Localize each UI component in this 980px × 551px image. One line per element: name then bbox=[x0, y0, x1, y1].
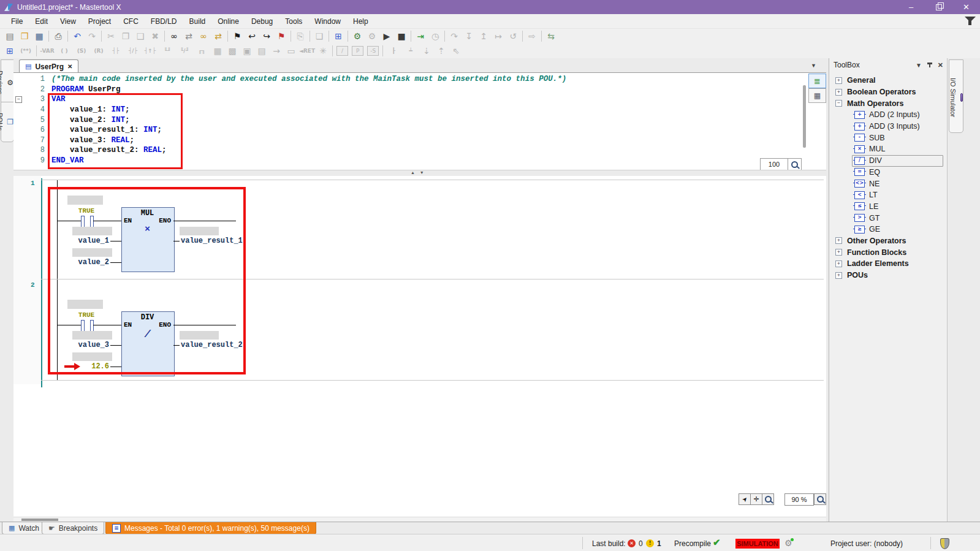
clear-bookmarks-button[interactable]: ⚑ bbox=[274, 30, 289, 42]
pan-tool-button[interactable]: ✛ bbox=[750, 493, 762, 505]
insert-network-above-button[interactable]: ⇡ bbox=[434, 45, 449, 57]
save-project-button[interactable]: ▦ bbox=[32, 30, 47, 42]
cut-button[interactable]: ✂ bbox=[104, 30, 118, 42]
insert-contact-button[interactable]: ┤├ bbox=[107, 45, 124, 57]
toolbox-item-add-3-inputs-[interactable]: +ADD (3 Inputs) bbox=[829, 121, 948, 132]
filter-funnel-icon[interactable] bbox=[964, 16, 976, 26]
tab-messages[interactable]: ≡Messages - Total 0 error(s), 1 warning(… bbox=[105, 522, 316, 534]
reset-button[interactable]: ↺ bbox=[506, 30, 520, 42]
toolbox-group-pous[interactable]: +POUs bbox=[829, 270, 948, 281]
clean-project-button[interactable]: ⚙ bbox=[365, 30, 379, 42]
insert-jump-button[interactable]: → bbox=[269, 45, 284, 57]
ladder-zoom-value[interactable]: 90 % bbox=[784, 493, 814, 506]
expand-icon[interactable]: + bbox=[835, 260, 842, 267]
force-values-button[interactable]: ⇆ bbox=[544, 30, 558, 42]
insert-negated-contact-button[interactable]: ┤/├ bbox=[124, 45, 142, 57]
insert-comment-button[interactable]: (**) bbox=[17, 45, 34, 57]
toggle-negation-button[interactable]: / bbox=[336, 46, 348, 56]
toolbox-close-icon[interactable]: ✕ bbox=[938, 61, 943, 69]
toolbox-group-boolean-operators[interactable]: +Boolean Operators bbox=[829, 86, 948, 98]
insert-contact-parallel-above-button[interactable]: ╓╖ bbox=[193, 45, 210, 57]
menu-item-help[interactable]: Help bbox=[347, 15, 374, 28]
menu-item-online[interactable]: Online bbox=[211, 15, 245, 28]
insert-table-button[interactable]: ⊞ bbox=[331, 30, 346, 42]
copy-button[interactable]: ❐ bbox=[118, 30, 133, 42]
toolbox-item-ne[interactable]: <>NE bbox=[829, 178, 948, 189]
menu-item-window[interactable]: Window bbox=[308, 15, 347, 28]
tabular-view-button[interactable]: ▦ bbox=[808, 88, 826, 103]
menu-item-tools[interactable]: Tools bbox=[279, 15, 308, 28]
toolbox-item-add-2-inputs-[interactable]: +ADD (2 Inputs) bbox=[829, 109, 948, 121]
menu-item-debug[interactable]: Debug bbox=[245, 15, 279, 28]
expand-icon[interactable]: + bbox=[835, 89, 842, 96]
paste-button[interactable]: ❑ bbox=[133, 30, 148, 42]
menu-item-build[interactable]: Build bbox=[183, 15, 212, 28]
pin-icon[interactable] bbox=[927, 62, 933, 68]
open-project-button[interactable]: ❒ bbox=[17, 30, 32, 42]
fold-minus-icon[interactable]: − bbox=[15, 96, 22, 103]
generate-code-button[interactable]: ⚙ bbox=[350, 30, 365, 42]
new-pou-button[interactable]: ❏ bbox=[312, 30, 327, 42]
find-in-files-button[interactable]: ∞ bbox=[196, 30, 211, 42]
toolbox-group-math-operators[interactable]: −Math Operators bbox=[829, 97, 948, 109]
find-button[interactable]: ∞ bbox=[167, 30, 181, 42]
new-project-button[interactable]: ▤ bbox=[2, 30, 17, 42]
insert-negated-contact-parallel-button[interactable]: ╙/╜ bbox=[176, 45, 193, 57]
stop-button[interactable]: ■ bbox=[394, 30, 409, 42]
toolbox-item-div[interactable]: /DIV bbox=[829, 155, 948, 167]
run-to-cursor-button[interactable]: ↦ bbox=[491, 30, 506, 42]
menu-item-view[interactable]: View bbox=[54, 15, 82, 28]
expand-icon[interactable]: + bbox=[835, 272, 842, 279]
sidebar-tab-devices[interactable]: ⚙ Devices bbox=[1, 59, 14, 106]
menu-item-file[interactable]: File bbox=[5, 15, 29, 28]
login-button[interactable]: ⇥ bbox=[413, 30, 428, 42]
expand-icon[interactable]: + bbox=[835, 237, 842, 244]
fold-marker[interactable]: − bbox=[13, 96, 24, 103]
editor-zoom-button[interactable] bbox=[788, 158, 802, 170]
toolbox-group-ladder-elements[interactable]: +Ladder Elements bbox=[829, 258, 948, 270]
insert-contact-parallel-below-button[interactable]: ╙╜ bbox=[159, 45, 176, 57]
step-into-button[interactable]: ↧ bbox=[462, 30, 476, 42]
toolbox-item-sub[interactable]: -SUB bbox=[829, 132, 948, 143]
menu-item-cfc[interactable]: CFC bbox=[117, 15, 145, 28]
toggle-bookmark-button[interactable]: ⚑ bbox=[230, 30, 245, 42]
toolbox-item-ge[interactable]: ≥GE bbox=[829, 224, 948, 235]
select-tool-button[interactable]: ➤ bbox=[739, 493, 751, 505]
undo-button[interactable]: ↶ bbox=[70, 30, 85, 42]
document-list-dropdown[interactable]: ▼ bbox=[811, 63, 816, 69]
toolbox-group-function-blocks[interactable]: +Function Blocks bbox=[829, 246, 948, 258]
close-button[interactable]: ✕ bbox=[952, 0, 980, 14]
restore-button[interactable] bbox=[925, 0, 952, 14]
delete-button[interactable]: ✖ bbox=[148, 30, 162, 42]
start-button[interactable]: ▶ bbox=[379, 30, 394, 42]
insert-reset-coil-button[interactable]: (R) bbox=[90, 45, 107, 57]
insert-input-button[interactable]: ✳ bbox=[316, 45, 330, 57]
insert-box-with-en-button[interactable]: ▣ bbox=[240, 45, 254, 57]
select-mode-button[interactable]: ⇖ bbox=[449, 45, 463, 57]
menu-item-fbdld[interactable]: FBD/LD bbox=[145, 15, 183, 28]
expand-icon[interactable]: + bbox=[835, 249, 842, 256]
insert-box-with-eno-button[interactable]: ▤ bbox=[254, 45, 269, 57]
previous-bookmark-button[interactable]: ↩ bbox=[245, 30, 259, 42]
online-clock-button[interactable]: ◷ bbox=[428, 30, 443, 42]
textual-view-button[interactable]: ≣ bbox=[808, 74, 826, 88]
menu-item-edit[interactable]: Edit bbox=[29, 15, 54, 28]
toolbox-item-gt[interactable]: >GT bbox=[829, 212, 948, 224]
collapse-icon[interactable]: − bbox=[835, 100, 842, 107]
edge-detection-button[interactable]: P bbox=[352, 46, 363, 56]
horizontal-scrollbar-thumb[interactable] bbox=[21, 519, 58, 521]
toolbox-item-lt[interactable]: <LT bbox=[829, 189, 948, 201]
tab-close-icon[interactable]: ✕ bbox=[67, 63, 72, 70]
toolbox-dropdown-icon[interactable]: ▼ bbox=[916, 62, 922, 69]
redo-button[interactable]: ↷ bbox=[85, 30, 99, 42]
minimize-button[interactable]: – bbox=[897, 0, 925, 14]
insert-branch-above-button[interactable]: ┷ bbox=[402, 45, 419, 57]
toolbox-item-le[interactable]: ≤LE bbox=[829, 201, 948, 213]
toolbox-item-eq[interactable]: =EQ bbox=[829, 167, 948, 178]
insert-network-below-button[interactable]: ⇣ bbox=[419, 45, 434, 57]
insert-rising-edge-contact-button[interactable]: ┤↑├ bbox=[142, 45, 159, 57]
replace-button[interactable]: ⇄ bbox=[181, 30, 196, 42]
insert-network-button[interactable]: ⊞ bbox=[2, 45, 17, 57]
insert-empty-box-button[interactable]: ▩ bbox=[225, 45, 240, 57]
menu-item-project[interactable]: Project bbox=[82, 15, 117, 28]
